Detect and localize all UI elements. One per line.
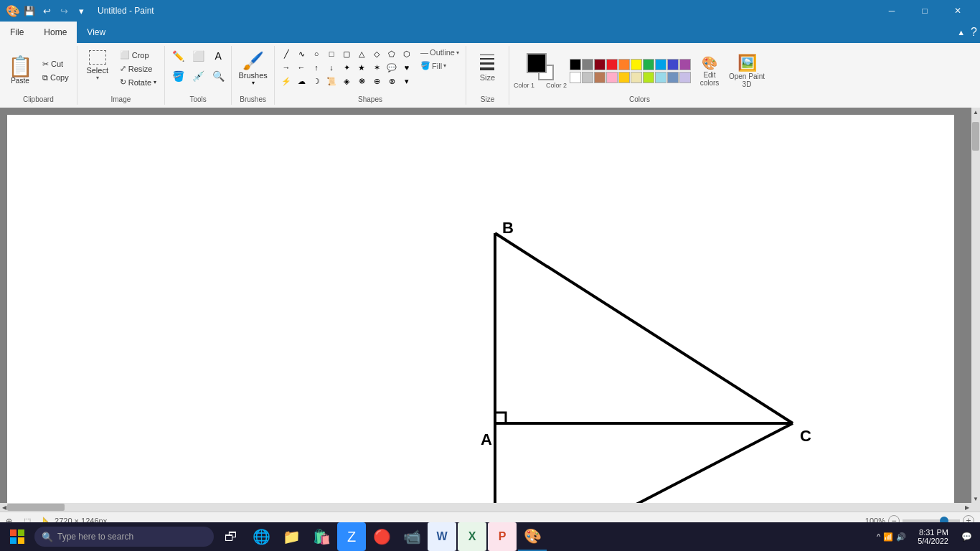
- taskbar-clock[interactable]: 8:31 PM 5/4/2022: [913, 522, 953, 551]
- shape-lightning[interactable]: ⚡: [279, 75, 293, 88]
- eraser-tool[interactable]: ⬜: [189, 47, 207, 65]
- shape-callout[interactable]: 💬: [385, 61, 399, 74]
- scroll-thumb-vertical[interactable]: [972, 122, 979, 151]
- color-palette-r1-8[interactable]: [667, 59, 679, 70]
- shape-diamond[interactable]: ◇: [369, 47, 384, 60]
- crop-button[interactable]: ⬜ Crop: [116, 49, 160, 61]
- shape-arrow-u[interactable]: ↑: [309, 61, 324, 74]
- excel-button[interactable]: X: [458, 522, 486, 551]
- shape-hexagon[interactable]: ⬡: [400, 47, 414, 60]
- help-button[interactable]: ?: [971, 26, 977, 39]
- shape-moon[interactable]: ☽: [309, 75, 324, 88]
- color-palette-r1-3[interactable]: [606, 59, 618, 70]
- tab-home[interactable]: Home: [34, 22, 77, 43]
- text-tool[interactable]: A: [209, 47, 227, 65]
- color-palette-r2-1[interactable]: [582, 72, 593, 83]
- ribbon-collapse-button[interactable]: ▲: [957, 28, 965, 37]
- start-button[interactable]: [3, 522, 32, 551]
- rotate-button[interactable]: ↻ Rotate ▾: [116, 76, 160, 88]
- shape-arrow-l[interactable]: ←: [294, 61, 308, 74]
- pencil-tool[interactable]: ✏️: [169, 47, 187, 65]
- word-button[interactable]: W: [428, 522, 456, 551]
- minimize-button[interactable]: ─: [875, 0, 908, 22]
- scroll-right-arrow[interactable]: ▶: [963, 503, 971, 512]
- color-palette-r1-2[interactable]: [594, 59, 606, 70]
- color-palette-r2-8[interactable]: [667, 72, 679, 83]
- color-palette-r2-4[interactable]: [618, 72, 630, 83]
- color-palette-r2-9[interactable]: [679, 72, 691, 83]
- magnifier-tool[interactable]: 🔍: [209, 67, 227, 85]
- canvas-white[interactable]: A B C D: [7, 115, 954, 503]
- shapes-more[interactable]: ▾: [400, 75, 414, 88]
- scroll-up-arrow[interactable]: ▲: [971, 108, 980, 116]
- color-palette-r2-6[interactable]: [643, 72, 654, 83]
- tab-view[interactable]: View: [77, 22, 116, 43]
- shape-pentagon[interactable]: ⬠: [385, 47, 399, 60]
- color-palette-r1-1[interactable]: [582, 59, 593, 70]
- copy-button[interactable]: ⧉ Copy: [39, 72, 72, 84]
- size-button[interactable]: Size: [473, 47, 501, 89]
- qat-undo-button[interactable]: ↩: [39, 3, 55, 19]
- taskbar-search[interactable]: 🔍 Type here to search: [34, 527, 214, 547]
- shape-arrow-d[interactable]: ↓: [324, 61, 339, 74]
- qat-save-button[interactable]: 💾: [22, 3, 37, 19]
- color-palette-r2-2[interactable]: [594, 72, 606, 83]
- shape-cloud[interactable]: ☁: [294, 75, 308, 88]
- taskview-button[interactable]: 🗗: [217, 522, 245, 551]
- store-button[interactable]: 🛍️: [307, 522, 336, 551]
- resize-button[interactable]: ⤢ Resize: [116, 62, 160, 75]
- shape-arrow-r[interactable]: →: [279, 61, 293, 74]
- paste-button[interactable]: 📋 Paste: [4, 50, 36, 92]
- color-palette-r2-0[interactable]: [570, 72, 581, 83]
- color1-button[interactable]: [527, 53, 554, 80]
- qat-more-button[interactable]: ▾: [73, 3, 89, 19]
- color-palette-r1-7[interactable]: [655, 59, 666, 70]
- shape-star5[interactable]: ★: [354, 61, 369, 74]
- notification-button[interactable]: 💬: [956, 522, 977, 551]
- color-palette-r2-5[interactable]: [631, 72, 642, 83]
- scrollbar-vertical[interactable]: ▲ ▼: [971, 108, 980, 503]
- fill-tool[interactable]: 🪣: [169, 67, 187, 85]
- shape-star6[interactable]: ✶: [369, 61, 384, 74]
- powerpoint-button[interactable]: P: [488, 522, 517, 551]
- brushes-button[interactable]: 🖌️ Brushes ▾: [237, 47, 269, 89]
- color-palette-r2-3[interactable]: [606, 72, 618, 83]
- chrome-button[interactable]: 🔴: [367, 522, 396, 551]
- shape-oval[interactable]: ○: [309, 47, 324, 60]
- color-palette-r1-9[interactable]: [679, 59, 691, 70]
- shape-curve[interactable]: ∿: [294, 47, 308, 60]
- scrollbar-horizontal[interactable]: ◀ ▶: [0, 503, 971, 512]
- shape-roundrect[interactable]: ▢: [339, 47, 354, 60]
- zoom-video-button[interactable]: 📹: [397, 522, 426, 551]
- color-palette-r1-6[interactable]: [643, 59, 654, 70]
- color-palette-r1-4[interactable]: [618, 59, 630, 70]
- shape-line[interactable]: ╱: [279, 47, 293, 60]
- fill-button[interactable]: 🪣 Fill ▾: [418, 60, 461, 71]
- qat-redo-button[interactable]: ↪: [56, 3, 72, 19]
- shape-scroll[interactable]: 📜: [324, 75, 339, 88]
- outline-button[interactable]: — Outline ▾: [418, 47, 461, 57]
- scroll-down-arrow[interactable]: ▼: [971, 494, 980, 503]
- shape-heart[interactable]: ♥: [400, 61, 414, 74]
- zoom-app-button[interactable]: Z: [337, 522, 366, 551]
- paint-taskbar-button[interactable]: 🎨: [518, 522, 547, 551]
- shape-rect[interactable]: □: [324, 47, 339, 60]
- select-button[interactable]: Select ▾: [82, 47, 113, 83]
- shape-custom3[interactable]: ⊕: [369, 75, 384, 88]
- shape-custom2[interactable]: ❋: [354, 75, 369, 88]
- maximize-button[interactable]: □: [908, 0, 941, 22]
- edge-button[interactable]: 🌐: [247, 522, 275, 551]
- color-palette-r2-7[interactable]: [655, 72, 666, 83]
- close-button[interactable]: ✕: [941, 0, 974, 22]
- explorer-button[interactable]: 📁: [277, 522, 306, 551]
- shape-star4[interactable]: ✦: [339, 61, 354, 74]
- color-picker-tool[interactable]: 💉: [189, 67, 207, 85]
- shape-custom1[interactable]: ◈: [339, 75, 354, 88]
- shape-custom4[interactable]: ⊗: [385, 75, 399, 88]
- scroll-thumb-horizontal[interactable]: [7, 504, 65, 511]
- color-palette-r1-0[interactable]: [570, 59, 581, 70]
- cut-button[interactable]: ✂ Cut: [39, 58, 72, 70]
- systray-icons[interactable]: ^ 📶 🔊: [872, 522, 910, 551]
- open-paint3d-button[interactable]: 🖼️ Open Paint 3D: [728, 50, 765, 92]
- edit-colors-button[interactable]: 🎨 Edit colors: [694, 50, 725, 92]
